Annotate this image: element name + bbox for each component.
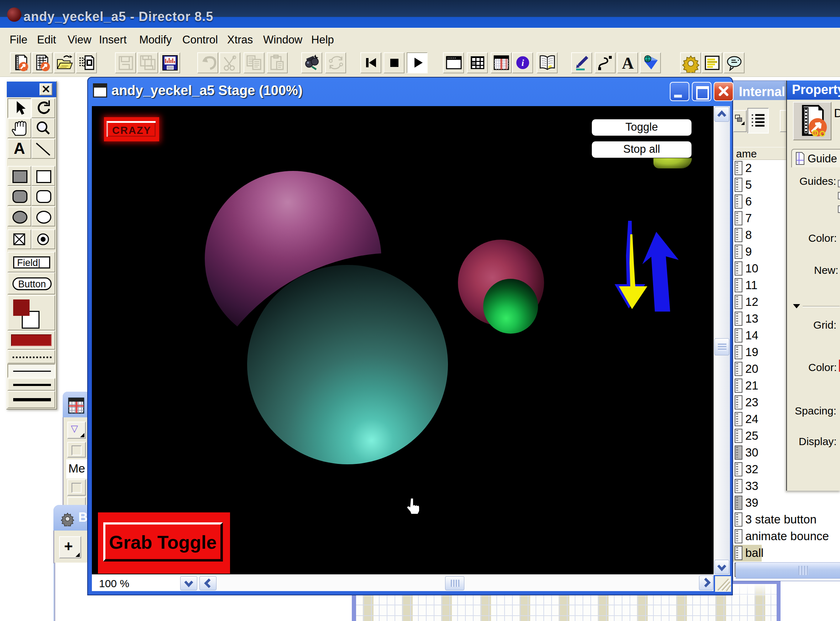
svg-text:i: i bbox=[521, 58, 524, 68]
svg-text:A: A bbox=[622, 54, 633, 72]
